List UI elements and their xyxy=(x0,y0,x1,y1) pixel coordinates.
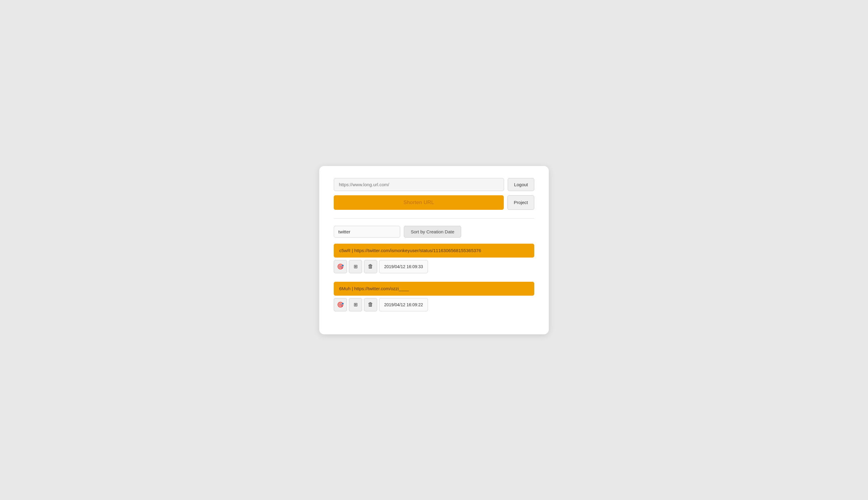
timestamp-1: 2019/04/12 16:09:33 xyxy=(379,260,428,273)
qr-icon-2: ⊞ xyxy=(354,302,357,307)
copy-button-2[interactable]: 🎯 xyxy=(334,298,347,311)
search-sort-row: Sort by Creation Date xyxy=(334,226,534,238)
copy-icon-1: 🎯 xyxy=(337,263,344,270)
trash-icon-2: 🗑 xyxy=(368,302,373,308)
qr-button-1[interactable]: ⊞ xyxy=(349,260,362,273)
url-input[interactable] xyxy=(334,178,504,191)
logout-button[interactable]: Logout xyxy=(508,178,534,191)
search-input[interactable] xyxy=(334,226,400,238)
project-button[interactable]: Project xyxy=(507,195,534,210)
url-actions-2: 🎯 ⊞ 🗑 2019/04/12 16:09:22 xyxy=(334,298,534,311)
url-actions-1: 🎯 ⊞ 🗑 2019/04/12 16:09:33 xyxy=(334,260,534,273)
delete-button-2[interactable]: 🗑 xyxy=(364,298,377,311)
main-card: Logout Shorten URL Project Sort by Creat… xyxy=(319,166,549,334)
sort-button[interactable]: Sort by Creation Date xyxy=(404,226,461,238)
copy-icon-2: 🎯 xyxy=(337,302,344,308)
qr-button-2[interactable]: ⊞ xyxy=(349,298,362,311)
url-bar-text-2: 6Muh | https://twitter.com/ozzi____ xyxy=(339,286,409,291)
shorten-row: Shorten URL Project xyxy=(334,195,534,210)
top-row: Logout xyxy=(334,178,534,191)
copy-button-1[interactable]: 🎯 xyxy=(334,260,347,273)
url-bar-2[interactable]: 6Muh | https://twitter.com/ozzi____ xyxy=(334,282,534,296)
url-item-2: 6Muh | https://twitter.com/ozzi____ 🎯 ⊞ … xyxy=(334,282,534,311)
qr-icon-1: ⊞ xyxy=(354,264,357,269)
trash-icon-1: 🗑 xyxy=(368,263,373,270)
timestamp-2: 2019/04/12 16:09:22 xyxy=(379,298,428,311)
url-bar-text-1: c5wR | https://twitter.com/ismonkeyuser/… xyxy=(339,248,481,253)
url-bar-1[interactable]: c5wR | https://twitter.com/ismonkeyuser/… xyxy=(334,244,534,258)
shorten-button[interactable]: Shorten URL xyxy=(334,195,504,210)
delete-button-1[interactable]: 🗑 xyxy=(364,260,377,273)
url-item-1: c5wR | https://twitter.com/ismonkeyuser/… xyxy=(334,244,534,273)
